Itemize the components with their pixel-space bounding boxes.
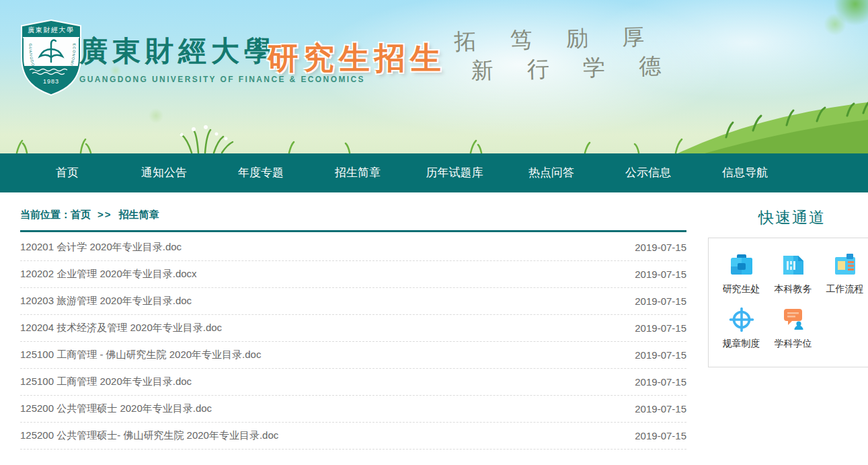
doc-link[interactable]: 125200 公共管理硕士- 佛山研究生院 2020年专业目录.doc [20,429,278,442]
motto-line-2: 新 行 学 德 [471,50,676,85]
doc-date: 2019-07-15 [619,242,686,253]
doc-link[interactable]: 125200 公共管理硕士 2020年专业目录.doc [20,402,212,415]
doc-link[interactable]: 120204 技术经济及管理 2020年专业目录.doc [20,322,222,334]
doc-list-row[interactable]: 120203 旅游管理 2020年专业目录.doc 2019-07-15 [20,288,686,315]
doc-list-row[interactable]: 120202 企业管理 2020年专业目录.docx 2019-07-15 [20,261,686,288]
doc-link[interactable]: 120201 会计学 2020年专业目录.doc [20,241,182,254]
doc-date: 2019-07-15 [619,295,686,307]
document-icon [780,252,807,279]
nav-item-admissions[interactable]: 招生简章 [309,153,406,192]
doc-date: 2019-07-15 [619,322,686,334]
main-column: 当前位置：首页>>招生简章 120201 会计学 2020年专业目录.doc 2… [20,192,686,450]
chat-person-icon [780,306,807,333]
quick-link-label: 工作流程 [826,283,864,295]
compass-icon [728,306,755,333]
doc-link[interactable]: 120202 企业管理 2020年专业目录.docx [20,268,197,281]
quick-panel-title: 快速通道 [708,207,868,228]
nav-item-faq[interactable]: 热点问答 [503,153,600,192]
breadcrumb-label: 当前位置： [20,209,71,220]
quick-link-label: 本科教务 [775,283,812,295]
breadcrumb-home-link[interactable]: 首页 [71,209,91,220]
nav-item-info-guide[interactable]: 信息导航 [697,153,793,192]
quick-link-workflow[interactable]: 工作流程 [819,252,868,295]
breadcrumb-current-link[interactable]: 招生简章 [119,209,159,220]
breadcrumb: 当前位置：首页>>招生简章 [20,209,686,221]
doc-list-row[interactable]: 120201 会计学 2020年专业目录.doc 2019-07-15 [20,234,686,261]
doc-list-row[interactable]: 125100 工商管理 2020年专业目录.doc 2019-07-15 [20,369,686,396]
school-motto: 拓 笃 励 厚 新 行 学 德 [454,22,660,86]
doc-list-row[interactable]: 120204 技术经济及管理 2020年专业目录.doc 2019-07-15 [20,315,686,342]
doc-link[interactable]: 120203 旅游管理 2020年专业目录.doc [20,295,192,308]
quick-link-graduate-office[interactable]: 研究生处 [715,252,767,295]
quick-link-degrees[interactable]: 学科学位 [767,306,819,350]
doc-date: 2019-07-15 [619,376,686,388]
logo-year: 1983 [43,78,59,85]
page-content: 当前位置：首页>>招生简章 120201 会计学 2020年专业目录.doc 2… [0,192,868,465]
quick-link-label: 规章制度 [723,338,760,350]
nav-item-notices[interactable]: 通知公告 [116,153,212,192]
doc-date: 2019-07-15 [619,349,686,361]
doc-date: 2019-07-15 [619,269,686,280]
doc-list-row[interactable]: 125200 公共管理硕士 2020年专业目录.doc 2019-07-15 [20,396,686,423]
nav-item-topics[interactable]: 年度专题 [212,153,309,192]
quick-link-undergrad-affairs[interactable]: 本科教务 [767,252,819,295]
quick-panel: 研究生处 本科教务 [708,238,868,367]
quick-link-regulations[interactable]: 规章制度 [715,306,767,350]
grass-decoration [0,96,868,153]
doc-date: 2019-07-15 [619,430,686,441]
doc-link[interactable]: 125100 工商管理 - 佛山研究生院 2020年专业目录.doc [20,349,261,361]
nav-item-home[interactable]: 首页 [19,153,116,192]
site-title: 研究生招生 [268,38,446,79]
doc-list-row[interactable]: 125200 公共管理硕士- 佛山研究生院 2020年专业目录.doc 2019… [20,423,686,450]
doc-date: 2019-07-15 [619,403,686,415]
motto-line-1: 拓 笃 励 厚 [454,22,659,57]
breadcrumb-divider [20,230,686,232]
quick-link-label: 研究生处 [723,283,760,295]
breadcrumb-separator: >> [97,209,112,220]
site-header: 廣東財經大學 GUANGDONG ECONOMICS 1983 廣東財經大學 G… [0,0,868,153]
document-list: 120201 会计学 2020年专业目录.doc 2019-07-15 1202… [20,234,686,450]
logo-top-text: 廣東財經大學 [28,26,75,34]
doc-list-row[interactable]: 125100 工商管理 - 佛山研究生院 2020年专业目录.doc 2019-… [20,342,686,369]
doc-link[interactable]: 125100 工商管理 2020年专业目录.doc [20,375,192,388]
main-navigation: 首页 通知公告 年度专题 招生简章 历年试题库 热点问答 公示信息 信息导航 [0,153,868,192]
nav-item-past-exams[interactable]: 历年试题库 [406,153,503,192]
nav-item-public-info[interactable]: 公示信息 [600,153,697,192]
briefcase-icon [728,252,755,279]
clipboard-icon [832,252,859,279]
sidebar: 快速通道 研究生处 [708,192,868,367]
quick-link-label: 学科学位 [775,338,812,350]
university-logo[interactable]: 廣東財經大學 GUANGDONG ECONOMICS 1983 [20,19,82,96]
